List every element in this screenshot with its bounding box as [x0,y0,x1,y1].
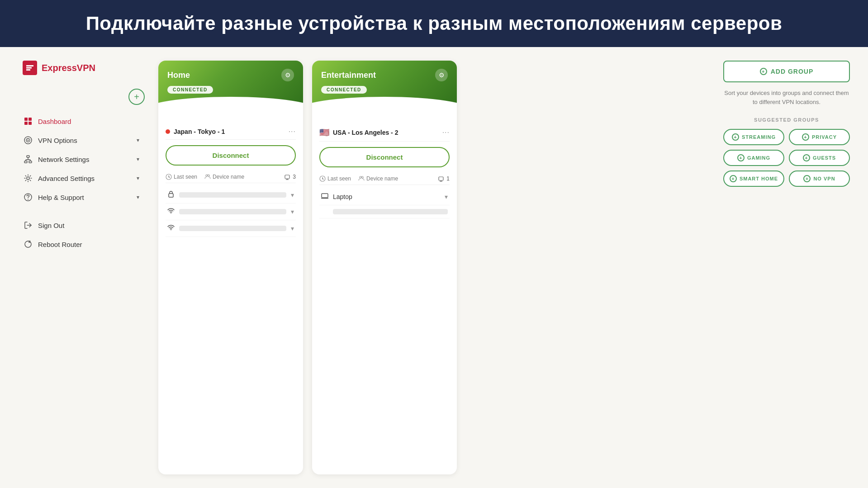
entertainment-card-title: Entertainment [321,71,376,80]
guests-label: GUESTS [813,155,836,161]
svg-point-27 [171,213,171,213]
suggested-guests[interactable]: + GUESTS [789,150,850,166]
home-card-title: Home [167,71,190,80]
suggested-streaming[interactable]: + STREAMING [723,129,784,145]
advanced-settings-icon [24,174,33,183]
entertainment-card-body: 🇺🇸 USA - Los Angeles - 2 ··· Disconnect … [312,115,457,226]
entertainment-more-button[interactable]: ··· [442,128,450,137]
sign-out-label: Sign Out [38,222,64,229]
privacy-plus-icon: + [802,133,809,141]
streaming-plus-icon: + [732,133,739,141]
add-sidebar-button[interactable]: + [128,89,145,105]
svg-point-7 [28,140,29,141]
suggested-groups-grid: + STREAMING + PRIVACY + GAMING + GUESTS … [723,129,850,187]
sign-out-icon [24,221,33,230]
home-device-count: 3 [285,174,296,180]
nav-network-settings[interactable]: Network Settings ▾ [18,150,145,168]
home-device-3: ▾ [166,220,296,237]
wifi-icon-1 [167,207,175,216]
home-device-count-label: 3 [293,174,296,180]
nav-help-support[interactable]: Help & Support ▾ [18,188,145,206]
home-last-seen-label: Last seen [174,174,197,180]
gaming-plus-icon: + [737,154,745,161]
home-disconnect-button[interactable]: Disconnect [166,145,296,166]
svg-point-17 [28,199,28,200]
smart-home-label: SMART HOME [740,176,778,181]
entertainment-device-1-sub-name [333,209,448,214]
vpn-options-icon [24,136,33,145]
laptop-icon [321,192,328,201]
vpn-options-chevron: ▾ [137,137,139,143]
home-device-3-chevron[interactable]: ▾ [291,225,294,232]
nav-vpn-options[interactable]: VPN Options ▾ [18,131,145,149]
add-group-description: Sort your devices into groups and connec… [723,89,850,106]
entertainment-device-count-label: 1 [446,175,450,182]
suggested-gaming[interactable]: + GAMING [723,150,784,166]
advanced-settings-label: Advanced Settings [38,175,95,182]
add-group-button-label: ADD GROUP [771,68,814,75]
home-last-seen: Last seen [166,174,197,180]
nav-dashboard[interactable]: Dashboard [18,112,145,130]
svg-rect-2 [28,118,32,121]
network-settings-label: Network Settings [38,156,89,163]
header-title: Подключайте разные устройства к разным м… [27,13,841,34]
entertainment-gear-button[interactable]: ⚙ [435,69,448,81]
suggested-no-vpn[interactable]: + NO VPN [789,171,850,187]
entertainment-device-1-chevron[interactable]: ▾ [445,193,448,200]
entertainment-device-1-sub [319,205,450,218]
svg-rect-9 [24,161,27,163]
advanced-settings-chevron: ▾ [137,175,139,181]
help-support-label: Help & Support [38,194,84,201]
nav-reboot-router[interactable]: Reboot Router [18,235,145,253]
nav-sign-out[interactable]: Sign Out [18,216,145,234]
suggested-privacy[interactable]: + PRIVACY [789,129,850,145]
entertainment-disconnect-button[interactable]: Disconnect [319,147,450,167]
smart-home-plus-icon: + [730,175,737,182]
svg-rect-4 [28,122,32,125]
logo-text: ExpressVPN [42,63,95,73]
network-settings-chevron: ▾ [137,156,139,162]
reboot-router-label: Reboot Router [38,241,82,248]
home-status-badge: CONNECTED [167,86,213,94]
svg-point-15 [27,177,29,180]
streaming-label: STREAMING [742,134,776,140]
home-gear-button[interactable]: ⚙ [281,69,294,81]
entertainment-device-count: 1 [438,175,450,182]
help-support-chevron: ▾ [137,194,139,200]
svg-point-22 [208,175,209,176]
svg-rect-10 [29,161,32,163]
entertainment-card-header: Entertainment ⚙ CONNECTED [312,61,457,115]
privacy-label: PRIVACY [812,134,837,140]
nav-advanced-settings[interactable]: Advanced Settings ▾ [18,169,145,187]
sidebar: ExpressVPN + Dashboard VPN Options ▾ Net… [18,61,145,474]
suggested-smart-home[interactable]: + SMART HOME [723,171,784,187]
home-server-dot [166,129,170,134]
home-device-1-chevron[interactable]: ▾ [291,191,294,199]
no-vpn-plus-icon: + [803,175,811,182]
lock-icon [167,190,175,199]
entertainment-device-name-meta: Device name [358,175,398,182]
add-group-plus-icon: + [760,68,767,75]
dashboard-label: Dashboard [38,118,71,125]
svg-rect-1 [24,118,28,121]
group-card-entertainment: Entertainment ⚙ CONNECTED 🇺🇸 USA - Los A… [312,61,457,474]
vpn-options-label: VPN Options [38,137,77,144]
dashboard-icon [24,117,33,126]
svg-rect-26 [169,194,173,197]
home-server-row: Japan - Tokyo - 1 ··· [166,124,296,140]
svg-rect-32 [439,177,443,180]
gaming-label: GAMING [747,155,770,161]
add-group-button[interactable]: + ADD GROUP [723,61,850,82]
home-device-1: ▾ [166,187,296,204]
expressvpn-logo-icon [23,61,37,75]
svg-rect-3 [24,122,28,125]
svg-point-31 [361,176,363,178]
home-device-2-name [179,209,286,214]
home-device-2-chevron[interactable]: ▾ [291,208,294,215]
reboot-router-icon [24,240,33,249]
svg-rect-8 [27,156,29,157]
no-vpn-label: NO VPN [813,176,835,181]
home-more-button[interactable]: ··· [289,128,296,136]
usa-flag-icon: 🇺🇸 [319,128,329,137]
home-device-3-name [179,226,286,231]
